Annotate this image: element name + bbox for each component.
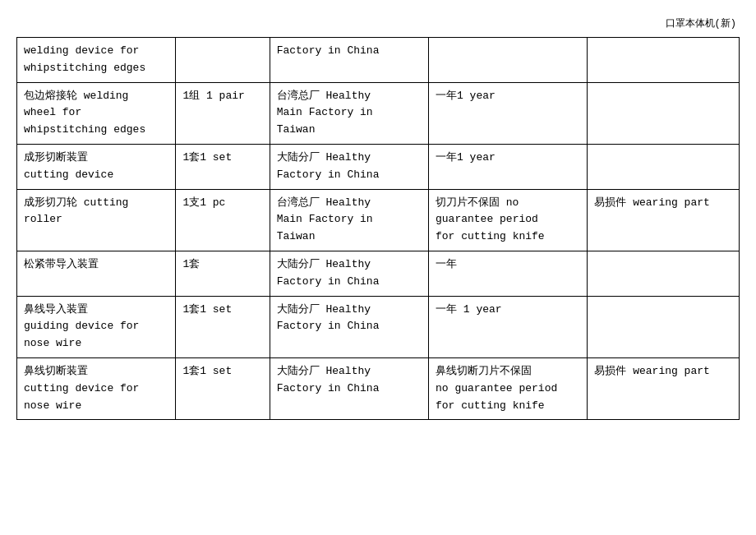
- page-header: 口罩本体机(新): [16, 16, 740, 30]
- cell-1-1: 1组 1 pair: [176, 82, 270, 144]
- main-table: welding device forwhipstitching edgesFac…: [16, 37, 740, 420]
- cell-6-3: 鼻线切断刀片不保固no guarantee periodfor cutting …: [429, 357, 588, 419]
- table-row: 成形切刀轮 cuttingroller1支1 pc台湾总厂 HealthyMai…: [17, 189, 740, 251]
- cell-3-3: 切刀片不保固 noguarantee periodfor cutting kni…: [429, 189, 588, 251]
- cell-1-0: 包边熔接轮 weldingwheel forwhipstitching edge…: [17, 82, 176, 144]
- cell-1-4: [588, 82, 740, 144]
- cell-6-2: 大陆分厂 HealthyFactory in China: [270, 357, 428, 419]
- cell-4-4: [588, 251, 740, 296]
- cell-0-3: [429, 38, 588, 83]
- table-row: 松紧带导入装置1套大陆分厂 HealthyFactory in China一年: [17, 251, 740, 296]
- cell-0-2: Factory in China: [270, 38, 428, 83]
- cell-2-4: [588, 144, 740, 189]
- table-row: 包边熔接轮 weldingwheel forwhipstitching edge…: [17, 82, 740, 144]
- cell-5-1: 1套1 set: [176, 296, 270, 357]
- cell-5-4: [588, 296, 740, 357]
- cell-3-2: 台湾总厂 HealthyMain Factory inTaiwan: [270, 189, 428, 251]
- cell-6-4: 易损件 wearing part: [588, 357, 740, 419]
- cell-6-0: 鼻线切断装置cutting device fornose wire: [17, 357, 176, 419]
- cell-5-2: 大陆分厂 HealthyFactory in China: [270, 296, 428, 357]
- cell-2-2: 大陆分厂 HealthyFactory in China: [270, 144, 428, 189]
- cell-2-1: 1套1 set: [176, 144, 270, 189]
- cell-4-0: 松紧带导入装置: [17, 251, 176, 296]
- table-row: 鼻线导入装置guiding device fornose wire1套1 set…: [17, 296, 740, 357]
- cell-4-2: 大陆分厂 HealthyFactory in China: [270, 251, 428, 296]
- table-row: 成形切断装置cutting device1套1 set大陆分厂 HealthyF…: [17, 144, 740, 189]
- cell-4-3: 一年: [429, 251, 588, 296]
- cell-2-3: 一年1 year: [429, 144, 588, 189]
- cell-5-3: 一年 1 year: [429, 296, 588, 357]
- table-row: 鼻线切断装置cutting device fornose wire1套1 set…: [17, 357, 740, 419]
- cell-0-4: [588, 38, 740, 83]
- cell-0-1: [176, 38, 270, 83]
- cell-2-0: 成形切断装置cutting device: [17, 144, 176, 189]
- cell-3-0: 成形切刀轮 cuttingroller: [17, 189, 176, 251]
- cell-3-4: 易损件 wearing part: [588, 189, 740, 251]
- cell-3-1: 1支1 pc: [176, 189, 270, 251]
- cell-1-2: 台湾总厂 HealthyMain Factory inTaiwan: [270, 82, 428, 144]
- cell-1-3: 一年1 year: [429, 82, 588, 144]
- table-row: welding device forwhipstitching edgesFac…: [17, 38, 740, 83]
- cell-6-1: 1套1 set: [176, 357, 270, 419]
- cell-4-1: 1套: [176, 251, 270, 296]
- cell-5-0: 鼻线导入装置guiding device fornose wire: [17, 296, 176, 357]
- cell-0-0: welding device forwhipstitching edges: [17, 38, 176, 83]
